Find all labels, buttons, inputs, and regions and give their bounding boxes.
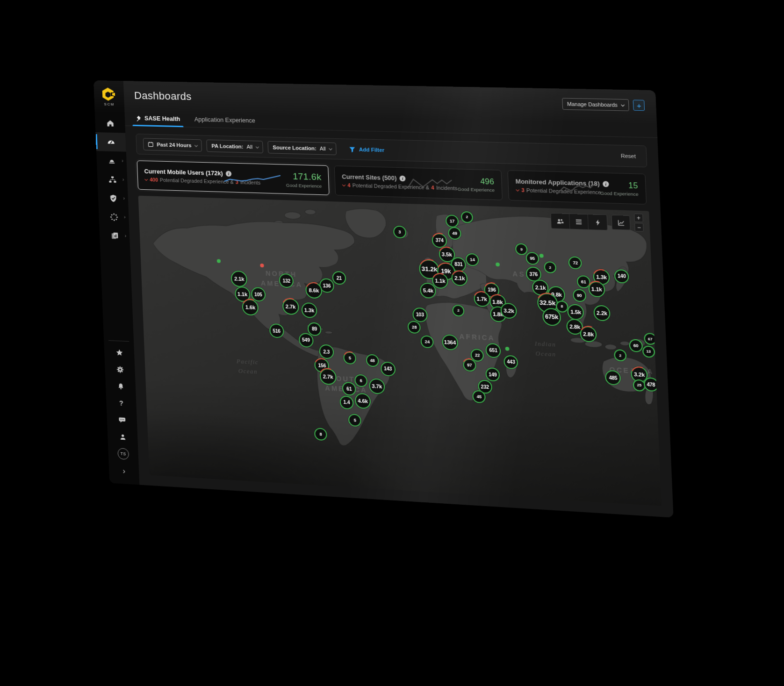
card-value: 171.6k (293, 171, 322, 182)
map-bubble[interactable]: 1.1k (588, 281, 605, 297)
card-value: 15 (628, 181, 638, 190)
tab-label: Application Experience (194, 116, 256, 124)
sidebar-item-feedback[interactable] (107, 411, 137, 429)
map-bubble[interactable]: 8.6k (305, 282, 323, 299)
map-bubble[interactable]: 2.1k (451, 270, 468, 286)
chevron-right-icon: › (122, 158, 123, 163)
chevron-down-icon (621, 103, 625, 106)
card-value: 496 (480, 177, 495, 186)
card-monitored-applications[interactable]: Monitored Applications (18) i 3 Potentia… (507, 170, 647, 205)
list-view-button[interactable] (569, 214, 589, 229)
manage-dashboards-dropdown[interactable]: Manage Dashboards (562, 98, 629, 111)
card-title: Current Sites (500) (342, 173, 397, 182)
degraded-count: 400 (150, 177, 158, 183)
sidebar-item-settings[interactable] (105, 360, 135, 379)
dashboard-content: Past 24 Hours PA Location: All Source Lo… (125, 126, 674, 517)
chevron-down-icon (329, 147, 332, 150)
avatar-initials: TS (117, 448, 129, 460)
add-dashboard-button[interactable]: + (633, 100, 645, 111)
card-degraded-line: 4 Potential Degraded Experience & 4 Inci… (342, 182, 403, 190)
sidebar-item-help[interactable]: ? (106, 394, 137, 413)
help-icon: ? (119, 399, 123, 407)
sidebar-item-notifications[interactable] (105, 377, 136, 395)
card-degraded-line: 3 Potential Degraded Experience (516, 187, 554, 194)
logo-text: SCM (104, 102, 115, 106)
pa-location-dropdown[interactable]: PA Location: All (207, 140, 264, 153)
info-icon[interactable]: i (400, 176, 406, 182)
map-zoom-controls: + − (634, 214, 644, 232)
sidebar-item-operations[interactable]: › (99, 207, 129, 227)
location-dot (505, 347, 510, 351)
chevron-right-icon: › (122, 467, 125, 475)
pa-location-label: PA Location: (211, 143, 244, 150)
pa-location-value: All (246, 144, 252, 150)
user-avatar[interactable]: TS (108, 444, 138, 463)
location-dot (496, 262, 500, 266)
add-filter-label: Add Filter (359, 147, 385, 153)
time-range-value: Past 24 Hours (157, 142, 192, 148)
map-controls: + − (550, 213, 643, 232)
tab-label: SASE Health (144, 115, 180, 122)
network-tree-icon (108, 175, 117, 184)
tab-application-experience[interactable]: Application Experience (194, 116, 256, 129)
world-map-land (138, 196, 662, 506)
chevron-down-icon (256, 145, 259, 148)
shield-check-icon (108, 193, 118, 203)
users-icon (556, 217, 564, 225)
chevron-down-red-icon (144, 177, 148, 180)
chevron-right-icon: › (122, 178, 124, 182)
main-area: Dashboards Manage Dashboards + SASE Heal… (123, 81, 674, 518)
location-dot (260, 264, 264, 267)
source-location-dropdown[interactable]: Source Location: All (268, 141, 337, 155)
zoom-in-button[interactable]: + (634, 214, 643, 222)
pin-icon (135, 115, 142, 121)
card-current-mobile-users[interactable]: Current Mobile Users (172k) i 400 Potent… (137, 160, 330, 195)
sidebar-item-incidents-alerts[interactable]: › (96, 151, 127, 171)
sidebar-item-home[interactable] (95, 114, 125, 133)
location-dot (539, 254, 544, 258)
map-bubble[interactable]: 97 (463, 358, 476, 372)
zoom-out-button[interactable]: − (634, 223, 644, 232)
dashboard-gauge-icon (106, 137, 115, 147)
sidebar-item-reports[interactable]: › (99, 226, 129, 245)
app-window: SCM › (94, 80, 674, 518)
time-range-dropdown[interactable]: Past 24 Hours (143, 138, 202, 151)
chat-icon (118, 416, 126, 424)
sidebar-collapse-button[interactable]: › (109, 461, 139, 480)
sidebar-item-user[interactable] (108, 428, 138, 446)
sidebar-item-security-services[interactable]: › (98, 188, 128, 208)
person-icon (118, 433, 127, 441)
chevron-right-icon: › (124, 215, 126, 220)
tab-sase-health[interactable]: SASE Health (135, 115, 180, 127)
gear-icon (116, 365, 124, 373)
degraded-count: 3 (521, 187, 525, 193)
map-view-toggle-group (550, 213, 608, 231)
card-degraded-line: 400 Potential Degraded Experience & 3 In… (144, 177, 219, 185)
users-view-button[interactable] (551, 214, 570, 229)
bell-icon (116, 382, 125, 391)
chevron-down-red-icon (342, 183, 345, 186)
reset-filters-button[interactable]: Reset (618, 152, 639, 160)
sparkline-chart (223, 172, 281, 185)
card-value-caption: Good Experience (458, 186, 495, 193)
location-dot (217, 259, 221, 263)
alert-beacon-icon (107, 156, 116, 165)
tilted-dashboard-stage: SCM › (94, 80, 674, 518)
sidebar-item-dashboards[interactable] (95, 132, 126, 152)
card-value-caption: Good Experience (286, 182, 322, 188)
star-icon (115, 348, 123, 357)
degraded-count: 4 (347, 182, 351, 188)
card-value-caption: Good Experience (600, 190, 639, 197)
world-map: NORTH AMERICASOUTH AMERICAAFRICAASIAOCEA… (138, 196, 662, 506)
reports-icon (110, 231, 119, 240)
dotted-circle-icon (109, 212, 119, 222)
degraded-text: Potential Degraded Experience & (160, 177, 234, 185)
card-current-sites[interactable]: Current Sites (500) i 4 Potential Degrad… (334, 165, 503, 200)
add-filter-button[interactable]: Add Filter (346, 145, 387, 154)
chart-view-button[interactable] (611, 215, 630, 230)
sidebar-item-workflows[interactable]: › (97, 170, 128, 189)
sidebar-item-favorites[interactable] (104, 343, 134, 362)
events-view-button[interactable] (588, 214, 607, 230)
scm-logo-icon (101, 87, 117, 101)
chevron-down-red-icon (516, 188, 519, 191)
